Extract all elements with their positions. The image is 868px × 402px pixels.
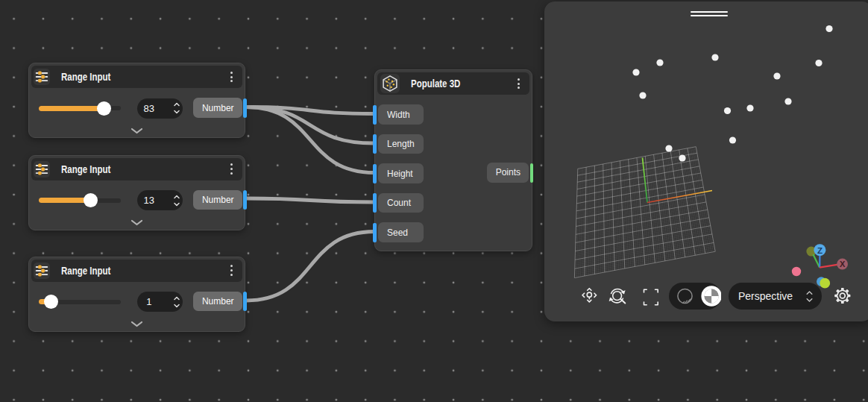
svg-text:X: X bbox=[840, 260, 846, 268]
svg-text:Z: Z bbox=[817, 246, 823, 255]
